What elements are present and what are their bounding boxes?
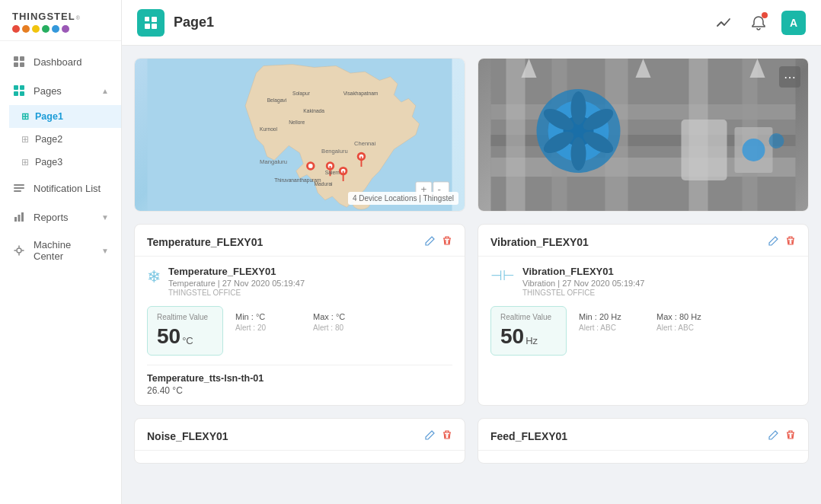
dashboard-label: Dashboard [34,56,82,68]
svg-rect-8 [14,184,24,186]
page1-subicon: ⊞ [21,111,29,122]
temperature-card-header: Temperature_FLEXY01 [135,225,465,257]
sidebar-item-pages[interactable]: Pages ▲ [0,76,121,105]
dot-purple [62,25,69,33]
pages-label: Pages [34,85,62,97]
temperature-max-box: Max : °C Alert : 80 [310,306,379,356]
svg-rect-7 [20,91,24,96]
svg-text:Chennai: Chennai [354,140,376,147]
more-options-button[interactable]: ⋯ [779,66,800,88]
header-actions: A [711,11,806,35]
feed-delete-button[interactable] [785,429,796,442]
industrial-image-card: ⋯ [478,58,809,212]
header-page-icon [137,9,165,37]
temperature-min-box: Min : °C Alert : 20 [232,306,301,356]
temperature-card-actions [425,235,452,248]
vibration-max-alert: Alert : ABC [656,324,719,332]
pages-subnav: ⊞ Page1 ⊞ Page2 ⊞ Page3 [0,105,121,174]
vibration-rt-label: Realtime Value [500,313,557,321]
temperature-edit-button[interactable] [425,235,436,248]
notification-badge [762,12,768,18]
temperature-sensor-info: ❄ Temperature_FLEXY01 Temperature | 27 N… [147,266,452,297]
svg-point-31 [308,164,313,168]
temperature-rt-value: 50 °C [157,324,213,349]
temperature-meta: Temperature_FLEXY01 Temperature | 27 Nov… [168,266,452,297]
map-label: 4 Device Locations | Thingstel [348,192,458,205]
noise-card: Noise_FLEXY01 [134,418,465,464]
avatar[interactable]: A [781,11,806,35]
dashboard-icon [12,55,26,69]
dot-green [42,25,50,33]
reports-icon [12,210,26,224]
sidebar-item-page3[interactable]: ⊞ Page3 [9,151,121,174]
temperature-icon: ❄ [147,267,161,287]
vibration-card-actions [768,235,796,248]
temperature-sensor-office: THINGSTEL OFFICE [168,289,452,297]
notifications-button[interactable] [746,11,771,35]
svg-rect-4 [14,85,18,90]
pages-chevron: ▲ [101,87,109,95]
svg-text:Visakhapatnam: Visakhapatnam [343,91,379,97]
logo-reg: ® [76,15,80,21]
temperature-delete-button[interactable] [442,235,452,248]
temperature-card-title: Temperature_FLEXY01 [147,236,263,248]
machine-center-label: Machine Center [34,239,94,262]
sidebar-item-machine-center[interactable]: Machine Center ▼ [0,231,121,270]
header: Page1 A [122,0,821,46]
svg-rect-10 [14,190,21,192]
svg-point-71 [743,139,765,161]
page1-label: Page1 [35,111,63,122]
reports-label: Reports [34,212,69,223]
sidebar-item-page1[interactable]: ⊞ Page1 [9,105,121,128]
svg-rect-17 [145,24,150,29]
svg-text:Belagavi: Belagavi [267,97,287,104]
page-title: Page1 [174,14,702,30]
vibration-card-body: ⊣⊢ Vibration_FLEXY01 Vibration | 27 Nov … [478,257,808,374]
logo-area: THINGSTEL ® [0,0,121,41]
temperature-sensor-detail: Temperature | 27 Nov 2020 05:19:47 [168,279,452,288]
svg-point-60 [571,91,586,125]
feed-card-actions [768,429,796,442]
noise-delete-button[interactable] [442,429,452,442]
vibration-delete-button[interactable] [785,235,796,248]
feed-edit-button[interactable] [768,429,779,442]
vibration-edit-button[interactable] [768,235,779,248]
svg-text:Mangaluru: Mangaluru [260,158,287,165]
temperature-min-label: Min : °C [235,312,298,321]
svg-text:Solapur: Solapur [292,91,311,97]
svg-rect-2 [14,62,18,67]
temperature-min-alert: Alert : 20 [235,324,298,332]
sidebar-item-notification-list[interactable]: Notification List [0,174,121,203]
svg-rect-12 [18,215,21,222]
temperature-card-body: ❄ Temperature_FLEXY01 Temperature | 27 N… [135,257,465,405]
sidebar-item-page2[interactable]: ⊞ Page2 [9,128,121,151]
feed-card: Feed_FLEXY01 [478,418,809,464]
noise-card-title: Noise_FLEXY01 [147,430,228,442]
vibration-card: Vibration_FLEXY01 ⊣⊢ [478,224,809,406]
temperature-sensor-name: Temperature_FLEXY01 [168,266,452,277]
logo-text: THINGSTEL [12,11,75,22]
machine-center-icon [12,244,26,257]
page2-subicon: ⊞ [21,134,29,145]
temperature-rt-label: Realtime Value [157,313,213,321]
vibration-sensor-office: THINGSTEL OFFICE [522,289,796,297]
svg-text:Salem: Salem [325,170,340,175]
noise-card-actions [425,429,452,442]
content-grid: Mangaluru Bengaluru Chennai Kurnool Nell… [122,46,821,504]
analytics-button[interactable] [711,11,736,35]
noise-edit-button[interactable] [425,429,436,442]
vibration-min-label: Min : 20 Hz [579,312,641,321]
vibration-max-box: Max : 80 Hz Alert : ABC [653,306,722,356]
temperature-sensor-values: Realtime Value 50 °C Min : °C Alert : 20… [147,306,452,356]
temperature-rt-unit: °C [182,335,193,349]
vibration-sensor-name: Vibration_FLEXY01 [522,266,796,277]
vibration-sensor-detail: Vibration | 27 Nov 2020 05:19:47 [522,279,796,288]
svg-rect-16 [152,17,157,22]
page2-label: Page2 [35,134,62,145]
sidebar-item-dashboard[interactable]: Dashboard [0,47,121,76]
sidebar: THINGSTEL ® Dashboard [0,0,122,504]
vibration-rt-value: 50 Hz [500,324,557,349]
svg-point-14 [17,248,21,253]
sidebar-item-reports[interactable]: Reports ▼ [0,203,121,231]
logo-dots [12,25,109,33]
